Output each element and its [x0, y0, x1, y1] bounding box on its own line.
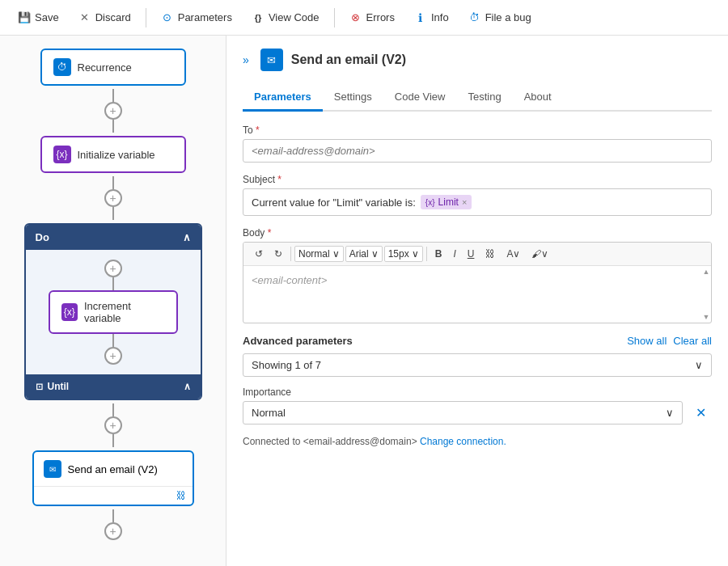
connection-link-icon: ⛓ [176, 490, 186, 501]
init-variable-icon: {x} [53, 146, 71, 163]
body-editor: ↺ ↻ Normal ∨ Arial ∨ 15px ∨ [243, 242, 712, 323]
clear-all-button[interactable]: Clear all [673, 335, 712, 347]
save-button[interactable]: Save [10, 8, 67, 27]
discard-button[interactable]: Discard [70, 8, 139, 27]
add-step-3[interactable]: + [104, 416, 122, 434]
importance-value: Normal [252, 407, 286, 419]
discard-icon [78, 11, 91, 24]
font-chevron: ∨ [371, 248, 379, 260]
parameters-icon [161, 11, 174, 24]
node-send-email[interactable]: ✉ Send an email (V2) ⛓ [32, 450, 194, 506]
toolbar: Save Discard Parameters View Code Errors… [0, 0, 728, 36]
flow-line-3 [112, 403, 114, 416]
connection-info: Connected to <email-address@domain> Chan… [243, 436, 712, 447]
link-button[interactable]: ⛓ [480, 246, 500, 262]
connector-2: + [104, 173, 122, 223]
advanced-title: Advanced parameters [243, 335, 353, 347]
fontcolor-button[interactable]: A∨ [502, 246, 525, 262]
until-icon: ⊡ [36, 382, 43, 392]
increment-variable-icon: {x} [61, 303, 78, 321]
subject-prefix-text: Current value for "Limit" variable is: [252, 196, 416, 209]
editor-toolbar: ↺ ↻ Normal ∨ Arial ∨ 15px ∨ [243, 243, 711, 266]
add-step-do-bottom[interactable]: + [104, 347, 122, 365]
subject-chip[interactable]: {x} Limit × [421, 195, 472, 209]
body-required: * [268, 227, 272, 239]
undo-button[interactable]: ↺ [250, 246, 268, 262]
subject-required: * [277, 174, 281, 185]
info-label: Info [431, 11, 449, 23]
until-collapse-icon[interactable]: ∧ [184, 381, 191, 392]
size-chevron: ∨ [412, 248, 419, 260]
add-step-2[interactable]: + [104, 189, 122, 207]
panel-expand-icon[interactable]: » [243, 53, 249, 66]
bold-button[interactable]: B [430, 246, 447, 262]
font-label: Arial [349, 248, 369, 260]
toolbar-divider-1 [146, 8, 146, 27]
toolbar-divider-2 [334, 8, 335, 27]
to-input[interactable] [243, 139, 712, 163]
editor-scrollbar[interactable]: ▲ ▼ [701, 266, 711, 323]
tab-settings[interactable]: Settings [323, 84, 383, 112]
importance-dropdown[interactable]: Normal ∨ [243, 401, 683, 424]
connector-4: + [104, 506, 122, 543]
italic-button[interactable]: I [448, 246, 460, 262]
showing-chevron: ∨ [695, 359, 703, 371]
info-button[interactable]: Info [406, 8, 457, 27]
node-init-variable[interactable]: {x} Initialize variable [40, 136, 186, 173]
show-all-button[interactable]: Show all [627, 335, 667, 347]
chip-close-button[interactable]: × [462, 197, 467, 207]
bug-icon [468, 11, 481, 24]
info-icon [414, 11, 427, 24]
tab-about[interactable]: About [513, 84, 563, 112]
add-step-do-top[interactable]: + [104, 260, 122, 277]
errors-label: Errors [366, 11, 395, 23]
code-icon [252, 11, 265, 24]
add-step-4[interactable]: + [104, 522, 122, 540]
fileabug-button[interactable]: File a bug [460, 8, 540, 27]
flow-line-3b [112, 434, 114, 447]
change-connection-link[interactable]: Change connection. [420, 436, 506, 447]
size-label: 15px [388, 248, 409, 260]
fileabug-label: File a bug [485, 11, 531, 23]
connected-email: <email-address@domain> [303, 436, 417, 447]
format-select[interactable]: Normal ∨ [294, 246, 344, 262]
panel-header-icon: ✉ [260, 49, 283, 71]
flow-line-1 [112, 89, 114, 102]
save-label: Save [35, 11, 59, 23]
send-email-label: Send an email (V2) [68, 463, 158, 475]
connected-prefix: Connected to [243, 436, 303, 447]
underline-button[interactable]: U [463, 246, 480, 262]
add-step-1[interactable]: + [104, 102, 122, 120]
flow-line-do-1 [112, 277, 114, 290]
node-recurrence-label: Recurrence [78, 61, 132, 74]
tab-testing[interactable]: Testing [456, 84, 512, 112]
errors-button[interactable]: Errors [341, 8, 403, 27]
body-input[interactable]: <email-content> [243, 266, 711, 323]
viewcode-button[interactable]: View Code [243, 8, 328, 27]
chip-label: Limit [438, 196, 459, 208]
until-footer[interactable]: ⊡ Until ∧ [26, 374, 201, 399]
body-field-group: Body * ↺ ↻ Normal ∨ Arial ∨ 15p [243, 227, 712, 323]
parameters-button[interactable]: Parameters [153, 8, 240, 27]
subject-field-group: Subject * Current value for "Limit" vari… [243, 174, 712, 216]
subject-input[interactable]: Current value for "Limit" variable is: {… [243, 188, 712, 216]
scroll-down-arrow[interactable]: ▼ [703, 313, 710, 321]
node-recurrence[interactable]: ⏱ Recurrence [40, 49, 186, 86]
redo-button[interactable]: ↻ [269, 246, 287, 262]
node-increment-variable[interactable]: {x} Increment variable [49, 290, 178, 334]
font-select[interactable]: Arial ∨ [345, 246, 383, 262]
importance-row: Normal ∨ ✕ [243, 401, 712, 424]
parameters-label: Parameters [178, 11, 232, 23]
do-collapse-icon[interactable]: ∧ [183, 231, 191, 243]
do-header[interactable]: Do ∧ [26, 225, 201, 250]
size-select[interactable]: 15px ∨ [384, 246, 423, 262]
discard-label: Discard [95, 11, 131, 23]
to-required: * [256, 125, 260, 136]
highlight-button[interactable]: 🖌∨ [527, 246, 553, 262]
showing-dropdown[interactable]: Showing 1 of 7 ∨ [243, 353, 712, 377]
importance-delete-button[interactable]: ✕ [689, 402, 712, 424]
tab-parameters[interactable]: Parameters [243, 84, 323, 112]
importance-chevron: ∨ [666, 407, 674, 419]
tab-codeview[interactable]: Code View [383, 84, 457, 112]
scroll-up-arrow[interactable]: ▲ [703, 268, 710, 276]
